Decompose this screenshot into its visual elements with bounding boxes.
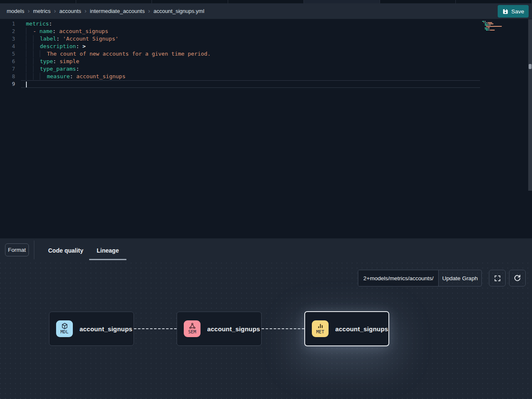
breadcrumb-item[interactable]: accounts	[59, 8, 81, 14]
panel-tab-row: Format Code qualityLineage	[0, 238, 532, 263]
refresh-icon	[514, 274, 521, 282]
breadcrumb: models›metrics›accounts›intermediate_acc…	[7, 8, 204, 14]
node-type-badge: MDL	[56, 320, 73, 337]
node-type-label: MET	[316, 330, 324, 335]
line-number: 7	[0, 65, 15, 73]
code-line[interactable]: 8measure: account_signups	[0, 73, 532, 80]
fullscreen-button[interactable]	[489, 270, 506, 286]
breadcrumb-separator-icon: ›	[54, 8, 56, 14]
lineage-selector-input[interactable]: 2+models/metrics/accounts/	[358, 270, 439, 286]
node-type-label: SEM	[188, 330, 196, 335]
lineage-node-met[interactable]: METaccount_signups	[304, 311, 389, 346]
save-icon	[502, 8, 509, 15]
file-tab[interactable]	[228, 0, 304, 3]
line-number: 3	[0, 35, 15, 43]
editor-scrollbar-handle[interactable]	[529, 64, 532, 69]
model-icon	[61, 323, 68, 330]
node-label: account_signups	[80, 325, 132, 332]
line-number: 1	[0, 20, 15, 28]
code-editor[interactable]: 1metrics:2- name: account_signups3label:…	[0, 19, 532, 238]
node-type-badge: MET	[312, 320, 329, 337]
line-number: 8	[0, 73, 15, 80]
format-button[interactable]: Format	[5, 243, 29, 256]
top-tab-strip	[0, 0, 532, 3]
fullscreen-icon	[494, 275, 501, 282]
breadcrumb-item[interactable]: intermediate_accounts	[90, 8, 145, 14]
line-number: 6	[0, 58, 15, 65]
bottom-panel: Format Code qualityLineage 2+models/metr…	[0, 238, 532, 399]
breadcrumb-item[interactable]: account_signups.yml	[154, 8, 204, 14]
code-line[interactable]: 7type_params:	[0, 65, 532, 73]
breadcrumb-separator-icon: ›	[28, 8, 30, 14]
semantic-model-icon	[189, 323, 196, 330]
code-line[interactable]: 6type: simple	[0, 58, 532, 65]
breadcrumb-separator-icon: ›	[148, 8, 150, 14]
lineage-controls: 2+models/metrics/accounts/ Update Graph	[358, 270, 482, 286]
breadcrumb-item[interactable]: models	[7, 8, 24, 14]
tab-code-quality[interactable]: Code quality	[48, 238, 83, 263]
code-lines: 1metrics:2- name: account_signups3label:…	[0, 20, 532, 88]
breadcrumb-separator-icon: ›	[85, 8, 87, 14]
node-label: account_signups	[207, 325, 260, 332]
line-number: 5	[0, 50, 15, 58]
lineage-node-sem[interactable]: SEMaccount_signups	[177, 312, 262, 346]
tab-lineage[interactable]: Lineage	[97, 238, 119, 263]
save-button-label: Save	[511, 8, 524, 15]
file-tab[interactable]	[76, 0, 152, 3]
text-cursor	[26, 82, 27, 87]
file-tab[interactable]	[0, 0, 76, 3]
file-tab[interactable]	[456, 0, 532, 3]
code-line[interactable]: 1metrics:	[0, 20, 532, 28]
code-line[interactable]: 9	[0, 80, 532, 88]
save-button[interactable]: Save	[498, 5, 529, 18]
refresh-button[interactable]	[509, 270, 526, 286]
lineage-edge	[134, 328, 177, 329]
metric-icon	[317, 323, 324, 330]
ide-window: models›metrics›accounts›intermediate_acc…	[0, 0, 532, 399]
code-line[interactable]: 4description: >	[0, 43, 532, 50]
file-tab[interactable]	[304, 0, 380, 3]
line-number: 9	[0, 80, 15, 88]
node-type-label: MDL	[61, 330, 69, 335]
editor-scrollbar[interactable]	[528, 19, 532, 191]
lineage-node-mdl[interactable]: MDLaccount_signups	[49, 312, 134, 346]
file-tab[interactable]	[380, 0, 456, 3]
panel-tabs: Code qualityLineage	[48, 238, 119, 263]
line-number: 4	[0, 43, 15, 50]
tab-row-divider	[34, 240, 34, 259]
file-tab[interactable]	[152, 0, 228, 3]
breadcrumb-item[interactable]: metrics	[33, 8, 51, 14]
code-line[interactable]: 5The count of new accounts for a given t…	[0, 50, 532, 58]
code-line[interactable]: 3label: 'Account Signups'	[0, 35, 532, 43]
node-label: account_signups	[335, 325, 388, 332]
code-line[interactable]: 2- name: account_signups	[0, 28, 532, 35]
update-graph-button[interactable]: Update Graph	[439, 270, 481, 286]
node-type-badge: SEM	[184, 320, 200, 337]
line-number: 2	[0, 28, 15, 35]
lineage-edge	[262, 328, 304, 329]
lineage-canvas[interactable]: 2+models/metrics/accounts/ Update Graph	[0, 263, 532, 399]
breadcrumb-bar: models›metrics›accounts›intermediate_acc…	[0, 3, 532, 19]
minimap[interactable]	[482, 21, 509, 32]
